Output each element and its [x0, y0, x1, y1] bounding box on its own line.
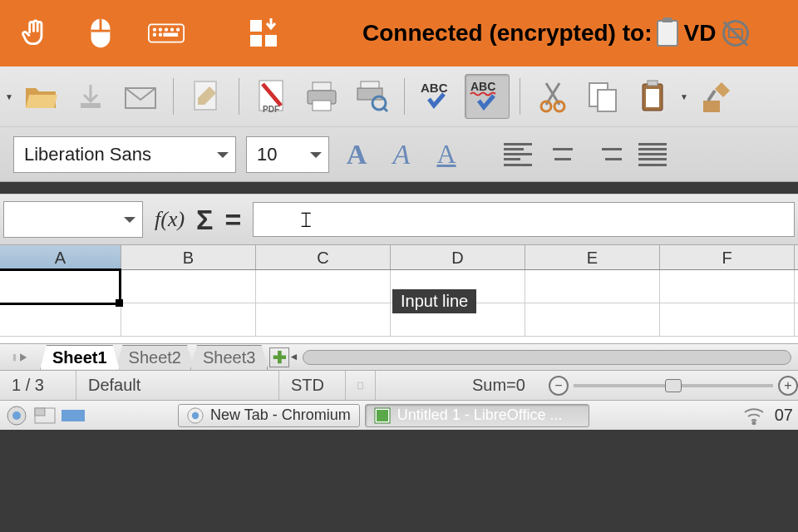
column-header-f[interactable]: F	[660, 245, 795, 269]
font-size-combo[interactable]: 10	[246, 136, 329, 173]
column-header-b[interactable]: B	[121, 245, 256, 269]
svg-point-8	[177, 28, 180, 31]
spellcheck-button[interactable]: ABC	[415, 74, 460, 119]
network-icon[interactable]	[743, 406, 765, 425]
vnc-status-text: Connected (encrypted) to: VD	[362, 20, 749, 47]
os-taskbar: New Tab - Chromium Untitled 1 - LibreOff…	[0, 400, 798, 430]
print-preview-button[interactable]	[349, 74, 394, 119]
svg-rect-40	[35, 408, 45, 416]
zoom-out-button[interactable]: −	[549, 376, 569, 396]
svg-rect-23	[357, 88, 382, 100]
mouse-icon[interactable]	[82, 15, 119, 52]
input-line[interactable]: 𝙸	[253, 202, 795, 237]
taskbar-chromium-label: New Tab - Chromium	[210, 406, 351, 424]
status-signature	[346, 371, 376, 400]
status-sheet-position: 1 / 3	[0, 371, 76, 400]
vnc-target: VD	[683, 20, 716, 47]
sheet-tab-3[interactable]: Sheet3	[190, 345, 268, 370]
copy-button[interactable]	[580, 74, 625, 119]
active-cell-cursor	[0, 268, 121, 305]
svg-text:ABC: ABC	[421, 81, 448, 95]
desktop-background	[0, 430, 798, 463]
formula-bar: f(x) Σ = 𝙸	[0, 194, 798, 245]
align-center-button[interactable]	[545, 137, 580, 172]
print-button[interactable]	[299, 74, 344, 119]
status-insert-mode[interactable]: STD	[279, 371, 346, 400]
tab-nav-buttons[interactable]: ⦀ ▶	[0, 352, 40, 363]
keyboard-icon[interactable]	[148, 15, 185, 52]
column-header-a[interactable]: A	[0, 245, 121, 269]
sheet-tab-bar: ⦀ ▶ Sheet1 Sheet2 Sheet3 ✚	[0, 343, 798, 370]
svg-rect-24	[361, 81, 379, 88]
zoom-slider[interactable]	[574, 384, 773, 387]
svg-point-9	[154, 33, 156, 36]
tiles-icon[interactable]	[247, 15, 283, 52]
taskbar-clock[interactable]: 07	[775, 406, 793, 425]
open-button[interactable]	[18, 74, 63, 119]
taskbar-chromium-window[interactable]: New Tab - Chromium	[178, 404, 360, 427]
bold-button[interactable]: A	[339, 137, 374, 172]
status-bar: 1 / 3 Default STD Sum=0 − +	[0, 370, 798, 400]
new-dropdown-arrow[interactable]: ▼	[5, 92, 13, 101]
column-header-e[interactable]: E	[525, 245, 660, 269]
status-sum[interactable]: Sum=0	[461, 371, 542, 400]
align-justify-button[interactable]	[635, 137, 670, 172]
font-size-value: 10	[257, 144, 277, 165]
svg-point-5	[160, 28, 162, 31]
chromium-launcher-icon[interactable]	[5, 405, 28, 426]
svg-point-7	[171, 28, 174, 31]
align-right-button[interactable]	[590, 137, 625, 172]
svg-text:ABC: ABC	[470, 80, 495, 93]
email-button[interactable]	[118, 74, 163, 119]
svg-rect-11	[164, 33, 177, 36]
svg-rect-15	[81, 103, 101, 108]
svg-rect-20	[313, 82, 331, 91]
sheet-tab-1[interactable]: Sheet1	[40, 345, 120, 370]
workspace-icon[interactable]	[62, 405, 85, 426]
svg-text:PDF: PDF	[263, 105, 279, 114]
add-sheet-button[interactable]: ✚	[269, 347, 289, 367]
zoom-in-button[interactable]: +	[778, 376, 798, 396]
svg-point-4	[154, 28, 156, 31]
taskbar-calc-label: Untitled 1 - LibreOffice ...	[397, 406, 563, 424]
taskbar-calc-window[interactable]: Untitled 1 - LibreOffice ...	[365, 404, 589, 427]
function-wizard-button[interactable]: f(x)	[155, 207, 185, 232]
formatting-toolbar: Liberation Sans 10 A A A	[0, 126, 798, 181]
column-header-d[interactable]: D	[391, 245, 525, 269]
svg-rect-22	[313, 101, 331, 111]
name-box[interactable]	[3, 201, 143, 238]
export-pdf-button[interactable]: PDF	[249, 74, 294, 119]
function-equals-button[interactable]: =	[225, 204, 242, 236]
text-cursor-icon: 𝙸	[298, 208, 313, 233]
sum-button[interactable]: Σ	[196, 204, 213, 236]
paste-button[interactable]	[630, 74, 675, 119]
underline-button[interactable]: A	[429, 137, 464, 172]
auto-spellcheck-button[interactable]: ABC	[465, 74, 510, 119]
svg-rect-31	[598, 90, 616, 111]
sheet-tab-2[interactable]: Sheet2	[116, 345, 194, 370]
tooltip: Input line	[392, 289, 476, 313]
format-paintbrush-button[interactable]	[693, 74, 738, 119]
font-name-combo[interactable]: Liberation Sans	[13, 136, 236, 173]
svg-rect-36	[358, 382, 362, 389]
status-page-style[interactable]: Default	[76, 371, 279, 400]
column-header-c[interactable]: C	[256, 245, 391, 269]
vnc-toolbar: Connected (encrypted) to: VD	[0, 0, 798, 66]
svg-rect-35	[703, 101, 720, 112]
svg-rect-13	[250, 35, 262, 47]
svg-point-6	[165, 28, 168, 31]
svg-point-46	[752, 421, 755, 424]
save-button[interactable]	[68, 74, 113, 119]
align-left-button[interactable]	[500, 137, 535, 172]
desktop-switcher-icon[interactable]	[33, 405, 57, 426]
italic-button[interactable]: A	[384, 137, 419, 172]
svg-rect-45	[377, 410, 388, 421]
hand-icon[interactable]	[17, 15, 53, 52]
toolbars: ▼ PDF ABC ABC	[0, 66, 798, 182]
svg-rect-1	[100, 19, 102, 31]
cut-button[interactable]	[530, 74, 575, 119]
edit-button[interactable]	[184, 74, 229, 119]
horizontal-scrollbar[interactable]	[303, 350, 791, 365]
paste-dropdown-arrow[interactable]: ▼	[680, 92, 688, 101]
svg-point-10	[160, 33, 162, 36]
